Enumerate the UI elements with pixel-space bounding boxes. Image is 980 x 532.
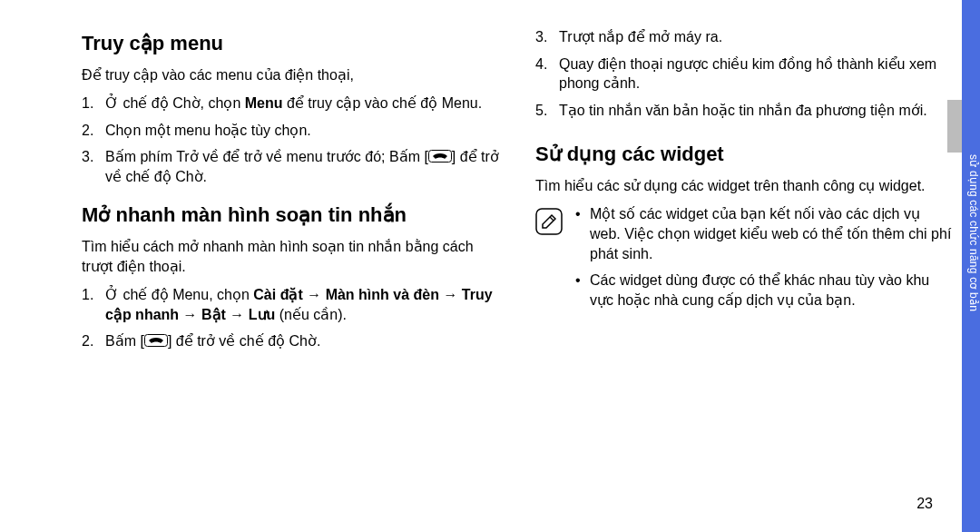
step-number: 3. [535, 27, 547, 47]
step-number: 2. [82, 331, 93, 351]
step-text-post: (nếu cần). [275, 307, 347, 322]
step-1: 1. Ở chế độ Chờ, chọn Menu để truy cập v… [82, 94, 499, 113]
note-item-1: Một số các widget của bạn kết nối vào cá… [575, 204, 953, 263]
page: sử dụng các chức năng cơ bản 23 Truy cập… [0, 0, 980, 532]
step-text-post: ] để trở về chế độ Chờ. [168, 333, 320, 349]
pencil-note-icon [535, 208, 563, 235]
bold-menu: Menu [245, 95, 283, 111]
step-text-post: để truy cập vào chế độ Menu. [283, 95, 483, 111]
step-text: Quay điện thoại ngược chiều kim đồng hồ … [559, 56, 936, 92]
step-number: 5. [535, 101, 547, 121]
end-call-icon [144, 338, 168, 347]
step-text: Trượt nắp để mở máy ra. [559, 29, 722, 44]
intro-access-menu: Để truy cập vào các menu của điện thoại, [82, 65, 499, 85]
list-quick-compose-cont: 3. Trượt nắp để mở máy ra. 4. Quay điện … [535, 27, 953, 120]
note-item-2: Các widget dùng được có thể khác nhau tù… [575, 271, 953, 310]
page-number: 23 [916, 496, 933, 512]
step-text: Chọn một menu hoặc tùy chọn. [105, 123, 311, 138]
step-text-pre: Ở chế độ Menu, chọn [105, 287, 253, 302]
end-call-icon [428, 153, 452, 163]
content-columns: Truy cập menu Để truy cập vào các menu c… [0, 0, 980, 359]
heading-use-widgets: Sử dụng các widget [535, 142, 953, 167]
list-quick-compose: 1. Ở chế độ Menu, chọn Cài đặt → Màn hìn… [82, 285, 499, 351]
heading-quick-compose: Mở nhanh màn hình soạn tin nhắn [82, 202, 499, 228]
step-2: 2. Bấm [] để trở về chế độ Chờ. [82, 331, 499, 351]
step-number: 4. [535, 54, 547, 74]
note-list: Một số các widget của bạn kết nối vào cá… [575, 204, 953, 317]
note-block: Một số các widget của bạn kết nối vào cá… [535, 204, 953, 317]
side-chapter-label: sử dụng các chức năng cơ bản [962, 154, 980, 427]
step-3: 3. Bấm phím Trở về để trở về menu trước … [82, 147, 499, 186]
step-number: 1. [82, 94, 93, 113]
step-2: 2. Chọn một menu hoặc tùy chọn. [82, 121, 499, 141]
step-5: 5. Tạo tin nhắn văn bản hoặc tin nhắn đa… [535, 101, 953, 121]
step-1: 1. Ở chế độ Menu, chọn Cài đặt → Màn hìn… [82, 285, 499, 324]
list-access-menu: 1. Ở chế độ Chờ, chọn Menu để truy cập v… [82, 94, 499, 186]
svg-rect-2 [536, 209, 562, 234]
step-text-pre: Ở chế độ Chờ, chọn [105, 95, 245, 111]
heading-access-menu: Truy cập menu [82, 31, 499, 56]
step-3: 3. Trượt nắp để mở máy ra. [535, 27, 953, 47]
step-4: 4. Quay điện thoại ngược chiều kim đồng … [535, 54, 953, 94]
step-text: Tạo tin nhắn văn bản hoặc tin nhắn đa ph… [559, 103, 927, 118]
step-number: 1. [82, 285, 93, 305]
intro-use-widgets: Tìm hiểu các sử dụng các widget trên tha… [535, 176, 953, 196]
step-number: 3. [82, 147, 93, 167]
intro-quick-compose: Tìm hiểu cách mở nhanh màn hình soạn tin… [82, 237, 499, 276]
step-text-pre: Bấm phím Trở về để trở về menu trước đó;… [105, 149, 428, 164]
step-text-pre: Bấm [ [105, 333, 144, 349]
column-right: 3. Trượt nắp để mở máy ra. 4. Quay điện … [535, 27, 953, 359]
step-number: 2. [82, 121, 93, 141]
column-left: Truy cập menu Để truy cập vào các menu c… [82, 27, 499, 359]
